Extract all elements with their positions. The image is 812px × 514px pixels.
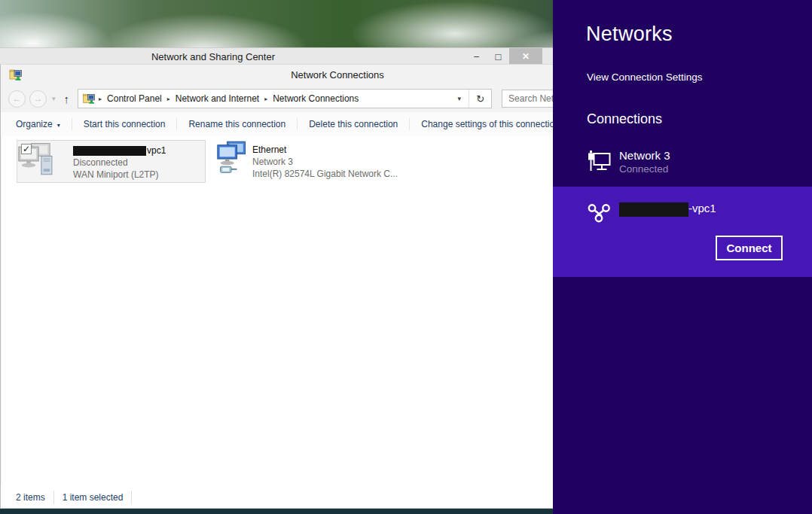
breadcrumb-network-and-internet[interactable]: Network and Internet [171, 93, 264, 104]
connection-status: Disconnected [73, 157, 166, 169]
connection-item-vpn[interactable]: ✓ vpc1 [17, 140, 206, 183]
address-bar[interactable]: ▸ Control Panel ▸ Network and Internet ▸… [78, 89, 492, 108]
redacted-name [73, 146, 146, 156]
chevron-down-icon: ▾ [57, 122, 60, 129]
start-connection-button[interactable]: Start this connection [72, 119, 177, 129]
wired-network-icon [586, 148, 613, 175]
connections-heading: Connections [587, 111, 662, 127]
item-count: 2 items [16, 492, 45, 503]
refresh-icon[interactable]: ↻ [469, 90, 491, 108]
organize-button[interactable]: Organize▾ [16, 119, 72, 129]
forward-icon[interactable]: → [29, 90, 47, 108]
selection-count: 1 item selected [63, 492, 124, 503]
status-separator [53, 491, 54, 504]
window-controls: – □ ✕ [466, 48, 542, 65]
breadcrumb-network-connections[interactable]: Network Connections [268, 93, 363, 104]
panel-title: Networks [586, 23, 673, 46]
network-name: -vpc1 [619, 202, 716, 217]
status-separator [131, 491, 132, 504]
breadcrumb-control-panel[interactable]: Control Panel [102, 93, 166, 104]
up-icon[interactable]: ↑ [64, 93, 70, 105]
location-icon [83, 93, 96, 105]
rename-connection-button[interactable]: Rename this connection [177, 119, 297, 129]
change-settings-button[interactable]: Change settings of this connection [410, 119, 570, 129]
connection-device: Intel(R) 82574L Gigabit Network C... [252, 168, 398, 180]
connection-device: WAN Miniport (L2TP) [73, 169, 166, 181]
view-connection-settings-link[interactable]: View Connection Settings [587, 71, 703, 83]
address-dropdown-icon[interactable]: ▾ [450, 90, 469, 108]
maximize-icon[interactable]: □ [487, 48, 509, 65]
screen: Network and Sharing Center – □ ✕ Network… [0, 0, 812, 514]
network-connections-app-icon [9, 68, 23, 81]
network-status: Connected [619, 163, 670, 175]
network-name: Network 3 [619, 149, 670, 162]
close-icon[interactable]: ✕ [509, 48, 542, 65]
connection-name: vpc1 [73, 144, 166, 157]
connection-name: Ethernet [252, 144, 398, 156]
back-icon[interactable]: ← [8, 90, 26, 108]
recent-locations-chevron-icon[interactable]: ▾ [52, 95, 56, 102]
connection-status: Network 3 [252, 156, 398, 168]
network-item-ethernet[interactable]: Network 3 Connected [553, 140, 812, 184]
ethernet-adapter-icon [216, 140, 249, 183]
selection-checkbox[interactable]: ✓ [21, 144, 32, 154]
redacted-name [619, 202, 688, 217]
delete-connection-button[interactable]: Delete this connection [298, 119, 409, 129]
connect-button[interactable]: Connect [716, 236, 783, 260]
network-item-vpn[interactable]: -vpc1 Connect [553, 187, 812, 277]
vpn-icon [586, 199, 613, 226]
minimize-icon[interactable]: – [466, 48, 487, 65]
window-title: Network and Sharing Center [0, 51, 426, 62]
connection-item-ethernet[interactable]: Ethernet Network 3 Intel(R) 82574L Gigab… [216, 140, 427, 183]
networks-flyout: Networks View Connection Settings Connec… [553, 0, 812, 514]
